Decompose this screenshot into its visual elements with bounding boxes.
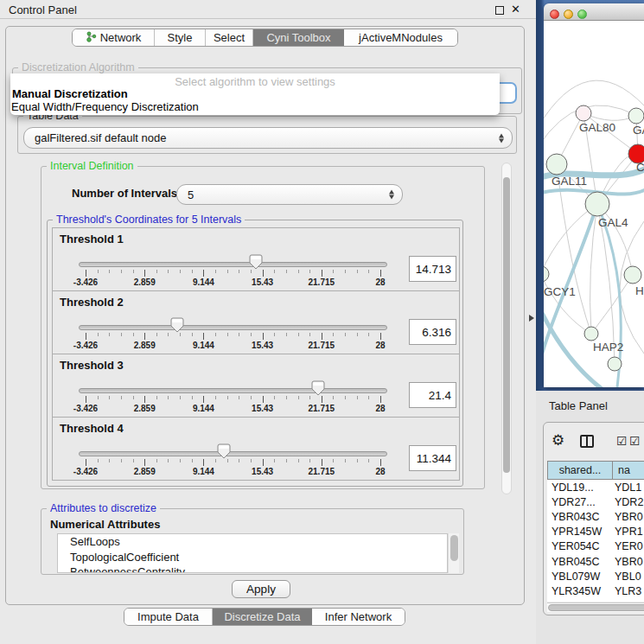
tick-mark <box>180 270 181 273</box>
tick-label: 9.144 <box>193 404 214 413</box>
float-window-icon[interactable] <box>495 6 504 15</box>
cell-name: YPR1 <box>613 526 644 538</box>
network-node-label: GAL80 <box>579 121 615 134</box>
tick-mark <box>322 333 322 340</box>
network-node-gcy1[interactable] <box>544 266 549 282</box>
network-node-h[interactable] <box>624 266 641 284</box>
tick-mark <box>333 333 334 336</box>
tick-mark <box>98 270 99 273</box>
threshold-panel-4: Threshold 4-3.4262.8599.14415.4321.71528… <box>52 417 460 481</box>
slider-thumb-zone <box>86 317 380 333</box>
attributes-group-label: Attributes to discretize <box>47 502 160 514</box>
network-canvas[interactable]: GAL80GACGAL11GAL4GCY1HHAP2 <box>544 21 644 387</box>
close-traffic-light-icon[interactable] <box>550 10 559 19</box>
algorithm-option-manual[interactable]: Manual Discretization <box>12 87 128 100</box>
network-node-ga[interactable] <box>628 108 644 124</box>
tick-mark <box>203 396 204 403</box>
tick-mark <box>345 333 346 336</box>
slider-thumb-zone <box>86 380 380 396</box>
scrollbar-thumb[interactable] <box>450 535 458 561</box>
network-node-gal11[interactable] <box>546 154 567 175</box>
table-row[interactable]: YER054CYER0 <box>547 539 644 554</box>
network-view-window[interactable]: GAL80GACGAL11GAL4GCY1HHAP2 <box>544 3 644 387</box>
table-row[interactable]: YBL079WYBL0 <box>547 569 644 583</box>
tick-mark <box>357 270 358 273</box>
tick-mark <box>203 270 204 277</box>
attribute-list-item[interactable]: TopologicalCoefficient <box>58 550 447 565</box>
checkbox-icon[interactable]: ☑ <box>616 434 628 448</box>
tick-mark <box>309 396 310 399</box>
tab-discretize-data[interactable]: Discretize Data <box>213 609 312 625</box>
tick-mark <box>298 396 299 399</box>
attribute-list-item[interactable]: BetweennessCentrality <box>58 564 447 573</box>
network-window-titlebar[interactable] <box>544 3 644 21</box>
interval-definition-group: Interval Definition Number of Intervals … <box>41 166 485 489</box>
tick-mark <box>251 333 252 336</box>
threshold-value-field[interactable]: 6.316 <box>409 319 456 345</box>
tab-impute-data[interactable]: Impute Data <box>124 609 213 625</box>
tick-label: 15.43 <box>252 277 273 287</box>
table-row[interactable]: YBR043CYBR0 <box>547 509 644 524</box>
tab-label: Discretize Data <box>224 610 300 623</box>
numerical-attributes-list[interactable]: SelfLoopsTopologicalCoefficientBetweenne… <box>57 533 448 573</box>
tab-style[interactable]: Style <box>155 29 206 46</box>
attribute-list-item[interactable]: SelfLoops <box>58 534 447 550</box>
cell-name: YDL1 <box>613 481 644 494</box>
network-graph: GAL80GACGAL11GAL4GCY1HHAP2 <box>544 21 644 387</box>
tab-infer-network[interactable]: Infer Network <box>312 609 405 625</box>
threshold-title: Threshold 2 <box>60 296 124 309</box>
table-data-combobox[interactable]: galFiltered.sif default node <box>23 127 513 149</box>
network-node[interactable] <box>608 357 622 371</box>
tick-mark <box>368 459 369 462</box>
table-row[interactable]: YPR145WYPR1 <box>547 525 644 539</box>
tick-mark <box>239 396 239 399</box>
table-horizontal-scrollbar[interactable] <box>547 603 644 612</box>
tab-select[interactable]: Select <box>206 29 253 46</box>
tab-cyni-toolbox[interactable]: Cyni Toolbox <box>253 29 344 46</box>
table-data-value: galFiltered.sif default node <box>35 131 166 144</box>
network-edge[interactable] <box>544 204 597 274</box>
table-row[interactable]: YIL052CYIL0 <box>547 599 644 603</box>
close-icon[interactable]: ✕ <box>511 3 520 16</box>
attributes-list-scrollbar[interactable] <box>448 533 459 573</box>
algorithm-option-equal-width[interactable]: Equal Width/Frequency Discretization <box>11 100 199 113</box>
scrollbar-thumb[interactable] <box>548 604 644 611</box>
network-edge[interactable] <box>591 275 633 334</box>
scrollbar-thumb[interactable] <box>503 177 510 473</box>
tick-mark <box>380 459 381 466</box>
table-row[interactable]: YBR045CYBR0 <box>547 554 644 569</box>
table-toolbar: ⚙ ☑ ☑ <box>544 423 644 459</box>
checkbox-icon[interactable]: ☑ <box>629 434 641 448</box>
tick-mark <box>345 270 346 273</box>
table-row[interactable]: YDR27...YDR2 <box>547 494 644 509</box>
column-header-name[interactable]: na <box>613 461 644 480</box>
threshold-value-field[interactable]: 21.4 <box>409 382 456 408</box>
table-row[interactable]: YLR345WYLR3 <box>547 583 644 598</box>
apply-button[interactable]: Apply <box>232 580 290 598</box>
table-panel-title: Table Panel <box>549 399 608 412</box>
column-header-shared-name[interactable]: shared... <box>547 461 613 480</box>
network-node-hap2[interactable] <box>584 327 598 341</box>
network-node-gal80[interactable] <box>576 105 591 121</box>
tab-network[interactable]: Network <box>73 29 155 46</box>
network-node-gal4[interactable] <box>585 192 609 216</box>
settings-vertical-scrollbar[interactable] <box>501 163 512 494</box>
tab-jactivemnodules[interactable]: jActiveMNodules <box>344 29 457 46</box>
tick-mark <box>333 270 334 273</box>
tick-label: 9.144 <box>193 341 214 350</box>
tick-mark <box>274 333 275 336</box>
threshold-title: Threshold 3 <box>60 359 124 372</box>
zoom-traffic-light-icon[interactable] <box>577 10 587 19</box>
cyni-bottom-tabs: Impute DataDiscretize DataInfer Network <box>124 608 405 626</box>
number-of-intervals-combobox[interactable]: 5 <box>176 184 403 205</box>
threshold-value-field[interactable]: 14.713 <box>409 256 456 282</box>
table-row[interactable]: YDL19...YDL1 <box>547 480 644 494</box>
tick-mark <box>203 333 204 340</box>
threshold-value-field[interactable]: 11.344 <box>409 445 456 471</box>
table-body[interactable]: YDL19...YDL1YDR27...YDR2YBR043CYBR0YPR14… <box>547 480 644 602</box>
gear-icon[interactable]: ⚙ <box>552 433 564 448</box>
minimize-traffic-light-icon[interactable] <box>564 10 573 19</box>
tick-mark <box>298 333 299 336</box>
columns-icon[interactable] <box>580 435 594 448</box>
cell-name: YBL0 <box>613 571 644 583</box>
